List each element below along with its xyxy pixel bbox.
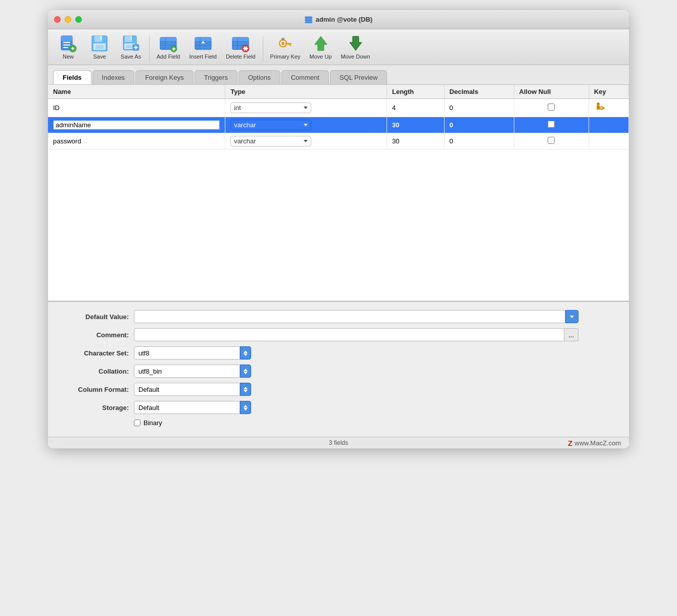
character-set-row: Character Set: utf8 — [58, 346, 619, 360]
svg-rect-13 — [100, 36, 102, 40]
default-value-dropdown-btn[interactable] — [565, 310, 578, 323]
table-row[interactable]: ID int 4 0 — [48, 99, 629, 117]
field-decimals-password: 0 — [444, 133, 514, 149]
collation-label: Collation: — [58, 368, 129, 375]
storage-wrapper: Default — [134, 401, 251, 414]
comment-input[interactable] — [134, 328, 564, 341]
bottom-panel: Default Value: Comment: ... Character Se… — [48, 301, 629, 437]
svg-rect-0 — [305, 17, 312, 19]
storage-arrow-down — [244, 408, 248, 410]
col-format-arrow-down — [244, 390, 248, 392]
insert-field-button[interactable]: Insert Field — [185, 32, 220, 62]
tab-triggers[interactable]: Triggers — [195, 70, 237, 84]
svg-rect-7 — [63, 47, 68, 48]
move-down-label: Move Down — [341, 54, 370, 60]
tab-options[interactable]: Options — [238, 70, 280, 84]
type-dropdown-password[interactable]: varchar — [230, 136, 311, 146]
allow-null-checkbox-password[interactable] — [548, 137, 555, 144]
field-type-password[interactable]: varchar — [225, 133, 387, 149]
tab-comment[interactable]: Comment — [281, 70, 329, 84]
save-button[interactable]: Save — [84, 32, 115, 62]
fullscreen-button[interactable] — [75, 16, 82, 23]
insert-field-icon — [194, 34, 212, 53]
column-format-arrows[interactable] — [240, 383, 251, 396]
field-allow-null-adminname[interactable] — [514, 117, 589, 133]
db-icon — [305, 16, 313, 24]
col-format-arrow-up — [244, 387, 248, 389]
tab-indexes[interactable]: Indexes — [92, 70, 135, 84]
new-button[interactable]: New — [53, 32, 83, 62]
dropdown-arrow-adminname — [304, 124, 308, 126]
move-up-icon — [312, 34, 330, 53]
allow-null-checkbox-id[interactable] — [548, 104, 555, 111]
svg-rect-10 — [72, 47, 73, 50]
delete-field-button[interactable]: Delete Field — [222, 32, 260, 62]
tab-sql-preview[interactable]: SQL Preview — [330, 70, 387, 84]
comment-input-wrapper: ... — [134, 328, 578, 341]
svg-rect-51 — [287, 43, 289, 45]
close-button[interactable] — [54, 16, 61, 23]
svg-rect-1 — [305, 19, 312, 21]
binary-checkbox[interactable] — [134, 420, 140, 426]
minimize-button[interactable] — [65, 16, 71, 23]
save-as-label: Save As — [121, 54, 141, 60]
svg-rect-18 — [130, 36, 132, 40]
type-dropdown-id[interactable]: int — [230, 102, 311, 113]
svg-rect-33 — [195, 37, 211, 41]
field-allow-null-id[interactable] — [514, 99, 589, 117]
primary-key-icon-id — [594, 101, 605, 113]
storage-label: Storage: — [58, 404, 129, 412]
insert-field-label: Insert Field — [189, 54, 216, 60]
default-value-wrapper — [134, 310, 578, 323]
col-name: Name — [48, 85, 225, 99]
tab-foreign-keys[interactable]: Foreign Keys — [135, 70, 194, 84]
brand: Z www.MacZ.com — [568, 439, 621, 447]
svg-rect-2 — [305, 22, 312, 23]
type-dropdown-arrow-password — [304, 140, 308, 142]
field-name-password[interactable]: password — [48, 133, 225, 149]
character-set-wrapper: utf8 — [134, 346, 251, 360]
character-set-label: Character Set: — [58, 349, 129, 357]
field-name-id[interactable]: ID — [48, 99, 225, 117]
add-field-icon — [159, 34, 177, 53]
add-field-button[interactable]: Add Field — [153, 32, 184, 62]
new-icon — [59, 34, 77, 53]
allow-null-checkbox-adminname[interactable] — [548, 121, 555, 128]
brand-z: Z — [568, 439, 572, 447]
collation-arrows[interactable] — [240, 365, 251, 378]
field-name-adminname[interactable] — [48, 117, 225, 133]
field-length-id: 4 — [386, 99, 444, 117]
move-up-label: Move Up — [310, 54, 332, 60]
move-up-button[interactable]: Move Up — [306, 32, 336, 62]
move-down-icon — [347, 34, 365, 53]
save-label: Save — [93, 54, 106, 60]
svg-rect-15 — [95, 45, 104, 49]
titlebar: admin @vote (DB) — [48, 10, 629, 29]
field-type-adminname[interactable]: varchar — [225, 117, 387, 133]
toolbar-separator-1 — [149, 36, 150, 62]
character-set-arrows[interactable] — [240, 346, 251, 360]
comment-ellipsis-btn[interactable]: ... — [564, 328, 578, 341]
default-value-label: Default Value: — [58, 313, 129, 321]
save-as-button[interactable]: Save As — [116, 32, 146, 62]
col-type: Type — [225, 85, 387, 99]
empty-space — [48, 149, 629, 301]
field-type-id[interactable]: int — [225, 99, 387, 117]
field-allow-null-password[interactable] — [514, 133, 589, 149]
field-name-input-adminname[interactable] — [53, 120, 220, 130]
table-row[interactable]: varchar 30 0 — [48, 117, 629, 133]
table-header-row: Name Type Length Decimals Allow Null Key — [48, 85, 629, 99]
field-decimals-id: 0 — [444, 99, 514, 117]
fields-table: Name Type Length Decimals Allow Null Key… — [48, 85, 629, 301]
window-title: admin @vote (DB) — [305, 16, 372, 24]
move-down-button[interactable]: Move Down — [337, 32, 374, 62]
storage-arrows[interactable] — [240, 401, 251, 414]
svg-rect-50 — [289, 43, 291, 46]
table-row[interactable]: password varchar 30 0 — [48, 133, 629, 149]
primary-key-button[interactable]: Primary Key — [266, 32, 305, 62]
tab-fields[interactable]: Fields — [53, 70, 91, 84]
svg-rect-23 — [135, 45, 136, 49]
type-dropdown-adminname[interactable]: varchar — [230, 120, 311, 130]
svg-marker-56 — [350, 36, 362, 50]
default-value-input[interactable] — [134, 310, 565, 323]
